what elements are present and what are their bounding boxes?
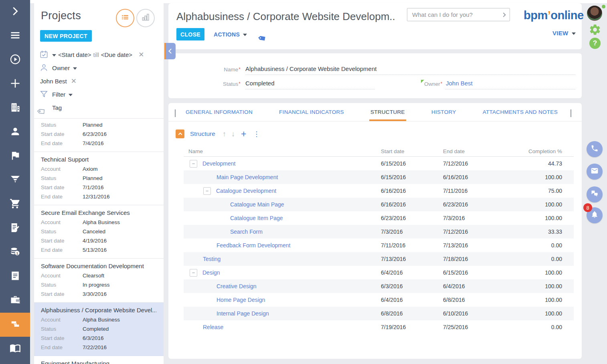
clear-date-filter-icon[interactable]: ✕ xyxy=(138,51,144,59)
task-name-link[interactable]: Home Page Design xyxy=(216,297,265,303)
sidebar-item-documents[interactable] xyxy=(0,265,30,289)
tab-history[interactable]: HISTORY xyxy=(431,103,456,121)
tab-attachments-and-notes[interactable]: ATTACHMENTS AND NOTES xyxy=(483,103,558,121)
new-project-button[interactable]: NEW PROJECT xyxy=(40,30,92,42)
name-field-value[interactable]: Alphabusiness / Corporate Website Develo… xyxy=(245,65,376,72)
tag-filter[interactable]: Tag xyxy=(39,101,156,114)
chat-button[interactable] xyxy=(587,186,603,202)
collapse-panel-button[interactable] xyxy=(166,43,176,59)
sidebar-item-invoices[interactable]: 1 xyxy=(0,241,30,265)
task-name-link[interactable]: Catalogue Item Page xyxy=(230,215,283,221)
more-options-button[interactable]: ⋮ xyxy=(253,130,260,138)
filter-menu[interactable]: Filter xyxy=(39,88,156,101)
task-name-link[interactable]: Design xyxy=(202,269,220,276)
task-name-link[interactable]: Main Page Development xyxy=(216,174,278,180)
sidebar-item-add[interactable] xyxy=(0,72,30,96)
table-row[interactable]: Release7/19/20167/25/20160.00 xyxy=(184,320,574,334)
actions-button[interactable]: ACTIONS xyxy=(214,28,247,40)
task-name-link[interactable]: Development xyxy=(202,160,236,167)
tab-structure[interactable]: STRUCTURE xyxy=(370,103,405,121)
task-name-link[interactable]: Catalogue Main Page xyxy=(230,201,284,208)
table-row[interactable]: Search Form7/3/20167/12/201633.33 xyxy=(184,225,574,239)
table-row[interactable]: −Design6/4/20166/15/2016100.00 xyxy=(184,266,574,279)
owner-field-value[interactable]: John Best xyxy=(446,80,473,87)
building-icon xyxy=(10,102,21,115)
task-name-link[interactable]: Search Form xyxy=(230,229,263,235)
sidebar-item-orders[interactable] xyxy=(0,192,30,216)
project-field-row: AccountAxiom xyxy=(41,164,156,174)
add-item-button[interactable]: + xyxy=(241,130,246,138)
table-row[interactable]: Catalogue Item Page6/23/20167/3/2016100.… xyxy=(184,211,574,225)
table-row[interactable]: Home Page Design6/4/20166/8/2016100.00 xyxy=(184,293,574,307)
settings-gear-icon[interactable] xyxy=(589,23,601,36)
task-name-link[interactable]: Creative Design xyxy=(216,283,257,289)
table-row[interactable]: −Development6/15/20167/12/201644.73 xyxy=(184,157,574,170)
move-up-button[interactable]: ↑ xyxy=(223,130,226,138)
table-row[interactable]: Catalogue Main Page6/16/20166/23/2016100… xyxy=(184,198,574,211)
table-row[interactable]: Main Page Development6/15/20166/16/20161… xyxy=(184,170,574,184)
sidebar-item-contracts[interactable] xyxy=(0,216,30,241)
list-item[interactable]: Technical SupportAccountAxiomStatusPlann… xyxy=(34,152,164,205)
analytics-view-button[interactable] xyxy=(136,9,155,27)
name-field-underline xyxy=(245,75,575,75)
table-row[interactable]: Testing7/13/20167/18/20160.00 xyxy=(184,252,574,266)
task-name-link[interactable]: Internal Page Design xyxy=(216,310,269,317)
sidebar-item-expand[interactable] xyxy=(0,0,30,24)
sidebar-item-knowledge-base[interactable] xyxy=(0,337,30,361)
call-button[interactable] xyxy=(587,141,603,157)
collapse-row-button[interactable]: − xyxy=(203,187,211,195)
status-field-value[interactable]: Completed xyxy=(245,80,275,87)
help-button[interactable]: ? xyxy=(589,38,601,49)
task-name-link[interactable]: Feedback Form Development xyxy=(216,242,290,249)
search-submit-button[interactable] xyxy=(498,13,510,16)
table-row[interactable]: Feedback Form Development7/11/20167/13/2… xyxy=(184,239,574,252)
sidebar-item-products[interactable] xyxy=(0,289,30,313)
task-name-link[interactable]: Testing xyxy=(203,256,221,262)
view-button[interactable]: VIEW xyxy=(552,30,576,36)
tab-general-information[interactable]: GENERAL INFORMATION xyxy=(186,103,253,121)
list-item[interactable]: StatusPlannedStart date6/23/2016End date… xyxy=(34,119,164,152)
user-avatar[interactable] xyxy=(587,6,602,21)
sidebar-item-activities[interactable] xyxy=(0,144,30,168)
start-date-cell: 7/3/2016 xyxy=(381,229,443,235)
date-range-filter[interactable]: <Start date> till <Due date> ✕ xyxy=(39,48,156,61)
table-row[interactable]: Internal Page Design6/8/20166/10/2016100… xyxy=(184,307,574,320)
collapse-row-button[interactable]: − xyxy=(190,160,197,168)
name-cell: Catalogue Main Page xyxy=(184,201,381,208)
sidebar-item-contacts[interactable] xyxy=(0,120,30,144)
list-item[interactable]: Alphabusiness / Corporate Website Devel.… xyxy=(34,303,164,356)
task-name-link[interactable]: Catalogue Development xyxy=(216,188,276,194)
table-row[interactable]: −Catalogue Development6/16/20167/11/2016… xyxy=(184,184,574,198)
list-item[interactable]: Equipment ManufacturingAccountAxiomStatu… xyxy=(34,356,164,364)
sidebar-item-accounts[interactable] xyxy=(0,96,30,120)
sidebar-item-projects[interactable] xyxy=(0,313,30,337)
completion-cell: 100.00 xyxy=(505,174,574,180)
collapse-row-button[interactable]: − xyxy=(190,269,197,277)
table-row[interactable]: Creative Design6/3/20166/4/2016100.00 xyxy=(184,279,574,293)
tabs-scroll-right-button[interactable] xyxy=(571,109,571,117)
name-cell: −Development xyxy=(184,160,381,168)
field-label: Status xyxy=(41,324,83,334)
move-down-button[interactable]: ↓ xyxy=(231,130,235,138)
list-item[interactable]: Secure Email Exchange ServicesAccountAlp… xyxy=(34,205,164,259)
chevron-down-icon xyxy=(572,32,576,35)
tab-financial-indicators[interactable]: FINANCIAL INDICATORS xyxy=(279,103,344,121)
owner-filter[interactable]: Owner xyxy=(39,61,156,75)
list-item[interactable]: Software Documentation DevelopmentAccoun… xyxy=(34,259,164,303)
tag-button[interactable] xyxy=(260,30,269,41)
collapse-section-button[interactable] xyxy=(176,129,184,138)
sidebar-item-process[interactable] xyxy=(0,48,30,72)
field-value: Axiom xyxy=(83,164,98,174)
email-button[interactable] xyxy=(587,164,603,180)
envelope-icon xyxy=(591,167,599,176)
clear-owner-filter-icon[interactable]: ✕ xyxy=(71,77,77,85)
menu-icon xyxy=(10,30,21,42)
search-input[interactable] xyxy=(407,11,498,18)
sidebar-item-menu[interactable] xyxy=(0,24,30,48)
tabs-scroll-left-button[interactable] xyxy=(175,109,176,117)
list-view-button[interactable] xyxy=(116,9,134,27)
task-name-link[interactable]: Release xyxy=(203,324,223,330)
sidebar-item-leads[interactable] xyxy=(0,168,30,192)
close-button[interactable]: CLOSE xyxy=(176,28,204,40)
field-label: Status xyxy=(41,174,83,183)
